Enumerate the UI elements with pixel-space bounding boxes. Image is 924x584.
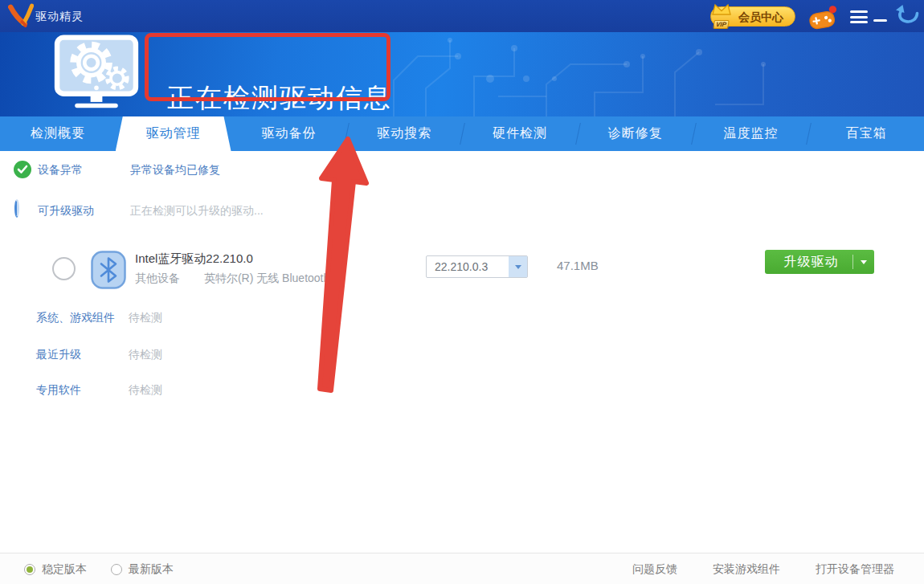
gamepad-icon[interactable] <box>806 5 840 31</box>
footer-links: 问题反馈 安装游戏组件 打开设备管理器 <box>632 553 894 584</box>
category-row-system-game: 系统、游戏组件 待检测 <box>0 311 924 327</box>
page-title: 正在检测驱动信息 <box>167 80 392 116</box>
driver-category: 其他设备 <box>135 272 180 284</box>
status-label: 可升级驱动 <box>38 204 94 218</box>
link-feedback[interactable]: 问题反馈 <box>632 562 677 577</box>
tab-detection-summary[interactable]: 检测概要 <box>0 116 116 151</box>
upgrade-driver-button[interactable]: 升级驱动 <box>765 250 874 274</box>
footer-bar: 稳定版本 最新版本 问题反馈 安装游戏组件 打开设备管理器 <box>0 553 924 584</box>
upgrade-options-caret-icon[interactable] <box>853 260 874 264</box>
monitor-gears-icon <box>48 32 145 112</box>
member-center-label: 会员中心 <box>738 10 783 23</box>
driver-select-checkbox[interactable] <box>52 257 76 280</box>
tab-toolbox[interactable]: 百宝箱 <box>808 116 924 151</box>
version-dropdown[interactable]: 22.210.0.3 <box>426 255 528 278</box>
minimize-icon[interactable] <box>873 19 887 22</box>
radio-stable-version[interactable]: 稳定版本 <box>24 562 87 577</box>
tab-driver-search[interactable]: 驱动搜索 <box>346 116 462 151</box>
undo-arrow-icon[interactable] <box>895 4 921 27</box>
main-content: 设备异常 异常设备均已修复 可升级驱动 正在检测可以升级的驱动... Intel… <box>0 151 924 553</box>
loading-spinner-icon <box>14 202 31 219</box>
hamburger-menu-icon[interactable] <box>850 10 868 27</box>
tab-hardware-detection[interactable]: 硬件检测 <box>462 116 578 151</box>
driver-detail: 英特尔(R) 无线 Bluetooth(R) <box>204 272 345 284</box>
tab-temperature-monitor[interactable]: 温度监控 <box>693 116 809 151</box>
vip-label: VIP <box>713 20 729 29</box>
category-row-dedicated-software: 专用软件 待检测 <box>0 383 924 399</box>
status-label: 设备异常 <box>38 163 83 178</box>
tabbar: 检测概要 驱动管理 驱动备份 驱动搜索 硬件检测 诊断修复 温度监控 百宝箱 <box>0 116 924 151</box>
app-window: 驱动精灵 VIP 会员中心 <box>0 0 924 584</box>
header-banner: 正在检测驱动信息 <box>0 32 924 116</box>
app-name: 驱动精灵 <box>35 10 84 24</box>
dropdown-arrow-icon[interactable] <box>509 256 527 277</box>
version-radio-group: 稳定版本 最新版本 <box>24 553 174 584</box>
category-label: 最近升级 <box>36 348 81 362</box>
category-row-recent-upgrade: 最近升级 待检测 <box>0 348 924 364</box>
status-value: 正在检测可以升级的驱动... <box>130 204 264 218</box>
app-logo-icon <box>8 3 34 29</box>
member-center-button[interactable]: VIP 会员中心 <box>710 6 795 27</box>
check-circle-icon <box>14 161 31 178</box>
driver-size: 47.1MB <box>557 259 599 272</box>
bluetooth-icon <box>91 251 126 289</box>
radio-unselected-icon[interactable] <box>111 564 122 575</box>
link-install-game-components[interactable]: 安装游戏组件 <box>713 562 780 577</box>
category-status: 待检测 <box>129 348 162 362</box>
status-row-device-exception: 设备异常 异常设备均已修复 <box>0 161 924 180</box>
driver-name: Intel蓝牙驱动22.210.0 <box>135 251 253 267</box>
category-status: 待检测 <box>129 311 162 325</box>
category-status: 待检测 <box>129 383 162 398</box>
category-label: 系统、游戏组件 <box>36 311 115 325</box>
circuit-pattern <box>362 32 924 116</box>
radio-latest-version[interactable]: 最新版本 <box>111 562 174 577</box>
status-row-upgradable-drivers: 可升级驱动 正在检测可以升级的驱动... <box>0 202 924 221</box>
titlebar: 驱动精灵 VIP 会员中心 <box>0 0 924 32</box>
version-value: 22.210.0.3 <box>427 256 509 277</box>
tab-driver-backup[interactable]: 驱动备份 <box>231 116 347 151</box>
status-value: 异常设备均已修复 <box>130 163 220 178</box>
upgrade-button-label: 升级驱动 <box>765 254 852 271</box>
radio-selected-icon[interactable] <box>24 564 35 575</box>
tab-diagnosis-repair[interactable]: 诊断修复 <box>578 116 693 151</box>
tab-driver-management[interactable]: 驱动管理 <box>116 116 231 151</box>
link-open-device-manager[interactable]: 打开设备管理器 <box>816 562 894 577</box>
driver-description: 其他设备 英特尔(R) 无线 Bluetooth(R) <box>135 272 345 286</box>
category-label: 专用软件 <box>36 383 81 398</box>
